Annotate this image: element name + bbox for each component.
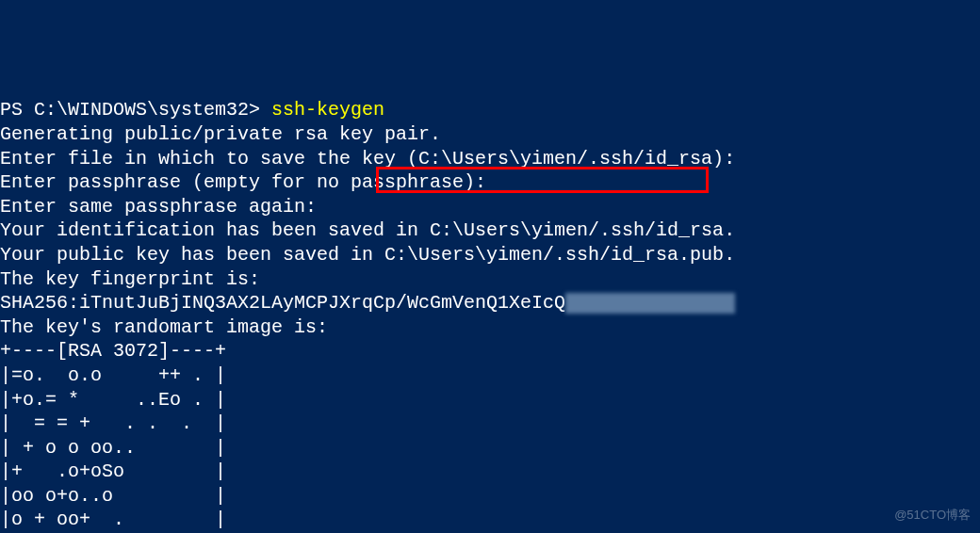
randomart-line: | = = + . . . | — [0, 412, 226, 434]
output-line: Enter same passphrase again: — [0, 196, 317, 218]
randomart-line: +----[RSA 3072]----+ — [0, 340, 226, 362]
randomart-line: | + o o oo.. | — [0, 437, 226, 459]
redacted-block — [565, 293, 735, 314]
randomart-line: |oo o+o..o | — [0, 485, 226, 507]
output-line: Enter passphrase (empty for no passphras… — [0, 171, 486, 193]
shell-command: ssh-keygen — [271, 99, 384, 121]
shell-prompt: PS C:\WINDOWS\system32> — [0, 99, 271, 121]
output-line: The key fingerprint is: — [0, 268, 260, 290]
output-line: Your identification has been saved in C:… — [0, 219, 735, 241]
watermark-text: @51CTO博客 — [894, 503, 971, 527]
randomart-line: |+o.= * ..Eo . | — [0, 389, 226, 411]
output-line: Your public key has been saved in C:\Use… — [0, 244, 735, 266]
output-line: Generating public/private rsa key pair. — [0, 123, 441, 145]
output-line: Enter file in which to save the key (C:\… — [0, 148, 735, 170]
randomart-line: |=o. o.o ++ . | — [0, 364, 226, 386]
terminal-output[interactable]: PS C:\WINDOWS\system32> ssh-keygen Gener… — [0, 96, 980, 533]
randomart-line: |o + oo+ . | — [0, 509, 226, 530]
randomart-line: |+ .o+oSo | — [0, 460, 226, 482]
output-line: The key's randomart image is: — [0, 316, 328, 338]
output-line-fingerprint: SHA256:iTnutJuBjINQ3AX2LAyMCPJXrqCp/WcGm… — [0, 292, 735, 314]
